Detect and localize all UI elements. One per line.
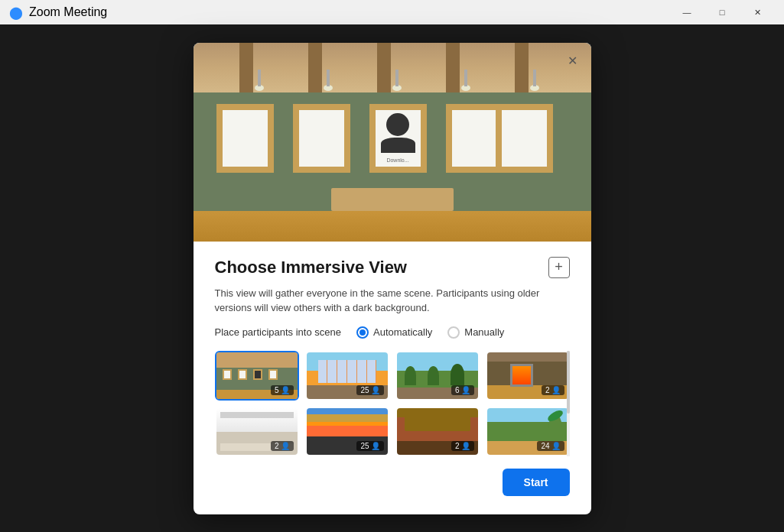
scene-count-1: 5 [275,386,279,394]
app-title: Zoom Meeting [29,5,107,19]
scene-badge-8: 24 👤 [537,441,564,451]
banner [307,414,388,426]
person-icon-6: 👤 [371,442,380,450]
frame-4 [446,104,503,173]
scene-count-8: 24 [541,442,549,450]
person-icon-7: 👤 [461,442,470,450]
counter [405,416,470,431]
thumb-ceil [216,352,298,368]
person-icon-3: 👤 [461,386,470,394]
start-button[interactable]: Start [503,469,570,496]
building-facade [318,360,376,383]
person-icon-8: 👤 [551,442,561,450]
radio-auto[interactable]: Automatically [356,326,432,339]
modal-close-button[interactable]: ✕ [564,52,582,70]
beam-1 [239,43,253,92]
scene-count-7: 2 [455,442,460,450]
scene-thumb-7[interactable]: 2 👤 [395,407,480,456]
scene-thumb-6[interactable]: 25 👤 [305,407,389,456]
scene-badge-6: 25 👤 [356,441,383,451]
tree-1 [405,366,416,385]
scene-badge-5: 2 👤 [271,441,294,451]
close-window-button[interactable]: ✕ [740,0,775,24]
light-1 [255,85,264,91]
light-3 [392,85,402,91]
scene-badge-2: 25 👤 [356,385,383,395]
gallery-pedestal [331,188,454,211]
modal-description: This view will gather everyone in the sa… [215,286,570,316]
scroll-track [567,351,570,456]
scene-count-3: 6 [455,386,460,394]
frame-1 [216,104,274,173]
window [367,360,376,383]
window [337,360,346,383]
frame-2 [293,104,350,173]
scene-count-2: 25 [360,386,369,394]
frame-3: Downlo... [369,104,427,173]
light-5 [530,85,539,91]
zoom-icon: ⬤ [9,5,23,20]
fireplace [510,364,533,387]
beam-2 [308,43,322,92]
place-label: Place participants into scene [215,326,341,338]
minimize-button[interactable]: — [669,0,704,24]
gallery-floor [194,211,591,242]
modal-overlay: ✕ [0,24,784,532]
ceiling [194,43,591,92]
scene-count-6: 25 [360,442,369,450]
person-icon-1: 👤 [281,386,290,394]
person-icon-5: 👤 [281,442,290,450]
scenes-grid: 5 👤 [215,351,570,456]
radio-auto-label: Automatically [373,326,432,338]
modal-title: Choose Immersive View [215,258,408,277]
scene-badge-3: 6 👤 [451,385,474,395]
tree-2 [428,366,439,385]
title-bar: ⬤ Zoom Meeting — □ ✕ [0,0,784,24]
scene-thumb-2[interactable]: 25 👤 [305,351,389,401]
scene-count-4: 2 [545,386,550,394]
scene-thumb-3[interactable]: 6 👤 [395,351,480,401]
place-row: Place participants into scene Automatica… [215,326,570,339]
scene-thumb-8[interactable]: 24 👤 [486,407,570,456]
thumb-frame-b [238,369,247,380]
person-icon-4: 👤 [551,386,561,394]
scene-thumb-1[interactable]: 5 👤 [215,351,299,401]
scroll-thumb[interactable] [567,351,570,414]
scene-badge-4: 2 👤 [542,385,564,395]
scenes-container: 5 👤 [215,351,570,456]
beam-4 [446,43,460,92]
frame-5 [496,104,553,173]
radio-auto-circle [356,326,369,339]
thumb-frame-d [268,369,278,380]
window-controls: — □ ✕ [669,0,775,24]
thumb-frame-a [223,369,232,380]
window [347,360,356,383]
avatar-body [381,138,415,153]
immersive-view-modal: ✕ [194,43,591,514]
window [318,360,327,383]
scene-thumb-4[interactable]: 2 👤 [486,351,570,401]
participant-avatar: Downlo... [381,113,415,163]
beam-5 [515,43,529,92]
title-row: Choose Immersive View + [215,257,570,278]
gallery-scene: Downlo... [194,43,591,242]
scene-count-5: 2 [275,442,279,450]
plus-icon: + [555,259,563,275]
window [327,360,337,383]
light-2 [324,85,333,91]
beam-3 [377,43,391,92]
close-icon: ✕ [568,54,577,68]
radio-manual[interactable]: Manually [447,326,504,339]
window [357,360,366,383]
modal-body: Choose Immersive View + This view will g… [194,242,591,456]
scene-preview: Downlo... [194,43,591,242]
thumb-frame-c [253,369,262,380]
restore-button[interactable]: □ [704,0,740,24]
light-4 [461,85,470,91]
tree-3 [451,364,464,385]
add-scene-button[interactable]: + [548,257,570,278]
scene-badge-1: 5 👤 [271,385,294,395]
radio-manual-label: Manually [464,326,504,338]
radio-manual-circle [447,326,460,339]
scene-thumb-5[interactable]: 2 👤 [215,407,299,456]
